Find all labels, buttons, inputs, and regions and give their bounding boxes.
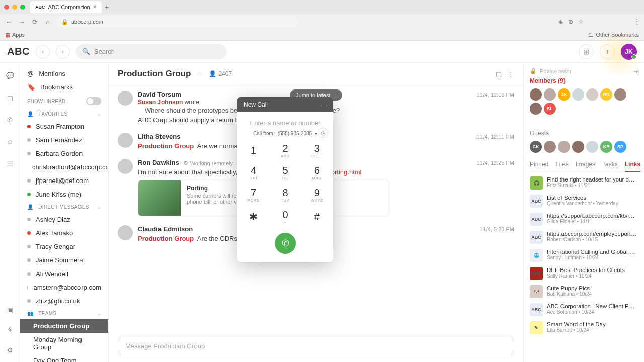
dialpad-input[interactable]: Enter a name or number	[237, 112, 333, 131]
home-icon[interactable]: ⌂	[43, 18, 52, 26]
sidebar-dm-item[interactable]: zfitz@ghi.co.uk	[20, 294, 108, 308]
toggle-icon[interactable]	[86, 97, 101, 105]
reload-icon[interactable]: ⟳	[30, 18, 39, 26]
menu-icon[interactable]: ⋮	[634, 18, 640, 25]
sidebar-dm-item[interactable]: Ali Wendell	[20, 267, 108, 281]
favorite-star-icon[interactable]: ☆	[197, 70, 203, 78]
favorites-header[interactable]: 👤FAVORITES⌄	[20, 108, 108, 120]
dialpad-key[interactable]: 8TUV	[269, 184, 301, 206]
panel-tab[interactable]: Pinned	[530, 161, 548, 172]
history-icon[interactable]: ◷	[318, 128, 328, 138]
member-avatar[interactable]	[614, 88, 626, 101]
dialpad-key[interactable]: 9WXYZ	[301, 184, 333, 206]
collapse-panel-icon[interactable]: ⇥	[633, 68, 639, 75]
guest-avatar[interactable]: CK	[530, 141, 542, 153]
sidebar-dm-item[interactable]: Tracy Gengar	[20, 240, 108, 253]
sidebar-team-item[interactable]: Monday Morning Group	[20, 333, 108, 354]
rail-phone-icon[interactable]: ✆	[5, 114, 16, 125]
rail-messages-icon[interactable]: 💬	[5, 70, 16, 81]
panel-link-item[interactable]: 🐶Cute Puppy PicsBob Kahuna • 10/24	[530, 285, 638, 298]
show-unread-toggle[interactable]: SHOW UNREAD	[20, 94, 108, 108]
panel-link-item[interactable]: 🌐International Calling and Global Phone.…	[530, 249, 638, 262]
forward-icon[interactable]: →	[17, 18, 26, 26]
apps-bookmark[interactable]: ▦ Apps	[5, 32, 25, 38]
dialpad-key[interactable]: 7PQRS	[237, 184, 269, 206]
dialpad-button[interactable]: ⊞	[579, 44, 594, 59]
rail-contacts-icon[interactable]: ☺	[5, 136, 16, 147]
sidebar-favorite-item[interactable]: Sam Fernandez	[20, 133, 108, 147]
panel-link-item[interactable]: DEFDEF Best Practices for ClientsSally R…	[530, 267, 638, 280]
zoom-icon[interactable]: ⊕	[568, 18, 573, 25]
teams-header[interactable]: 👥TEAMS⌄	[20, 308, 108, 319]
dialpad-key[interactable]: 5JKL	[269, 161, 301, 184]
panel-tab[interactable]: Links	[625, 161, 640, 172]
dialpad-key[interactable]: ✱	[237, 206, 269, 228]
sidebar-dm-item[interactable]: amstern@abccorp.com	[20, 281, 108, 294]
other-bookmarks[interactable]: 🗀 Other Bookmarks	[588, 32, 639, 38]
guest-avatar[interactable]	[586, 141, 598, 153]
sidebar-dm-item[interactable]: Ashley Diaz	[20, 213, 108, 226]
guest-avatar[interactable]	[544, 141, 556, 153]
rail-inbox-icon[interactable]: ☰	[5, 158, 16, 169]
member-avatar[interactable]	[530, 103, 542, 115]
panel-link-item[interactable]: ABChttps.abccorp.com/employeeportal/docs…	[530, 231, 638, 244]
dialpad-key[interactable]: 3DEF	[301, 139, 333, 161]
members-header[interactable]: Members (9)	[530, 77, 638, 84]
user-avatar[interactable]: JK	[621, 44, 637, 60]
dropdown-icon[interactable]: ▾	[315, 131, 317, 136]
member-avatar[interactable]	[572, 88, 584, 101]
guest-avatar[interactable]	[572, 141, 584, 153]
sidebar-favorite-item[interactable]: June Kriss (me)	[20, 188, 108, 201]
guest-avatar[interactable]: SP	[614, 141, 626, 153]
sidebar-dm-item[interactable]: Jaime Sommers	[20, 253, 108, 267]
dialpad-key[interactable]: #	[301, 206, 333, 228]
member-avatar[interactable]: RD	[600, 88, 612, 101]
message-composer[interactable]: Message Production Group	[118, 337, 514, 355]
rail-apps-icon[interactable]: ▣	[5, 304, 16, 315]
dialpad-key[interactable]: 1	[237, 139, 269, 161]
new-tab-button[interactable]: +	[105, 3, 109, 11]
member-avatar[interactable]	[586, 88, 598, 101]
rail-tools-icon[interactable]: ⚘	[5, 324, 16, 335]
panel-link-item[interactable]: ABCList of ServicesQuentin Vanderhoof • …	[530, 195, 638, 208]
extension-icon[interactable]: ◈	[558, 18, 563, 25]
dialpad-key[interactable]: 6MNO	[301, 161, 333, 184]
star-icon[interactable]: ☆	[578, 18, 584, 25]
panel-link-item[interactable]: 🎧Find the right headset for your device …	[530, 176, 638, 190]
panel-link-item[interactable]: ABCABC Corporation | New Client PortalAc…	[530, 303, 638, 316]
from-number-select[interactable]: (555) 905-2085	[278, 131, 312, 136]
member-avatar[interactable]: SL	[544, 103, 556, 115]
panel-link-item[interactable]: ABChttps://support.abccorp.com/kb/index.…	[530, 213, 638, 226]
dialpad-key[interactable]: 4GHI	[237, 161, 269, 184]
address-bar[interactable]: 🔒 abccorp.com	[56, 16, 298, 27]
chat-more-icon[interactable]: ⋮	[508, 70, 514, 78]
add-button[interactable]: +	[600, 44, 615, 59]
window-controls[interactable]	[4, 5, 25, 10]
sidebar-team-item[interactable]: Production Group	[20, 319, 108, 333]
dialpad-key[interactable]: 2ABC	[269, 139, 301, 161]
minimize-icon[interactable]: —	[321, 101, 327, 108]
sidebar-favorite-item[interactable]: chrisbradford@abccorp.com	[20, 160, 108, 174]
dialpad-key[interactable]: 0+	[269, 206, 301, 228]
panel-tab[interactable]: Tasks	[602, 161, 618, 172]
sidebar-favorite-item[interactable]: Barbara Gordon	[20, 147, 108, 160]
search-input[interactable]: 🔍 Search	[76, 44, 227, 59]
guest-avatar[interactable]	[558, 141, 570, 153]
back-icon[interactable]: ←	[4, 18, 13, 26]
guest-avatar[interactable]: KE	[600, 141, 612, 153]
sidebar-dm-item[interactable]: Alex Tamako	[20, 226, 108, 240]
member-avatar[interactable]	[530, 88, 542, 101]
panel-link-item[interactable]: ✎Smart Word of the DayElla Barrett • 10/…	[530, 321, 638, 334]
nav-back-button[interactable]: ‹	[36, 45, 50, 59]
avatar[interactable]	[118, 133, 133, 148]
close-tab-icon[interactable]: ×	[93, 4, 97, 11]
sidebar-favorite-item[interactable]: Susan Frampton	[20, 120, 108, 133]
panel-tab[interactable]: Files	[555, 161, 568, 172]
sidebar-mentions[interactable]: @Mentions	[20, 67, 108, 80]
browser-tab[interactable]: ABC ABC Corporation ×	[30, 1, 102, 13]
dm-header[interactable]: 👤DIRECT MESSAGES⌄	[20, 201, 108, 213]
avatar[interactable]	[118, 225, 133, 240]
member-avatar[interactable]	[544, 88, 556, 101]
avatar[interactable]	[118, 159, 133, 174]
panel-tab[interactable]: Images	[576, 161, 595, 172]
